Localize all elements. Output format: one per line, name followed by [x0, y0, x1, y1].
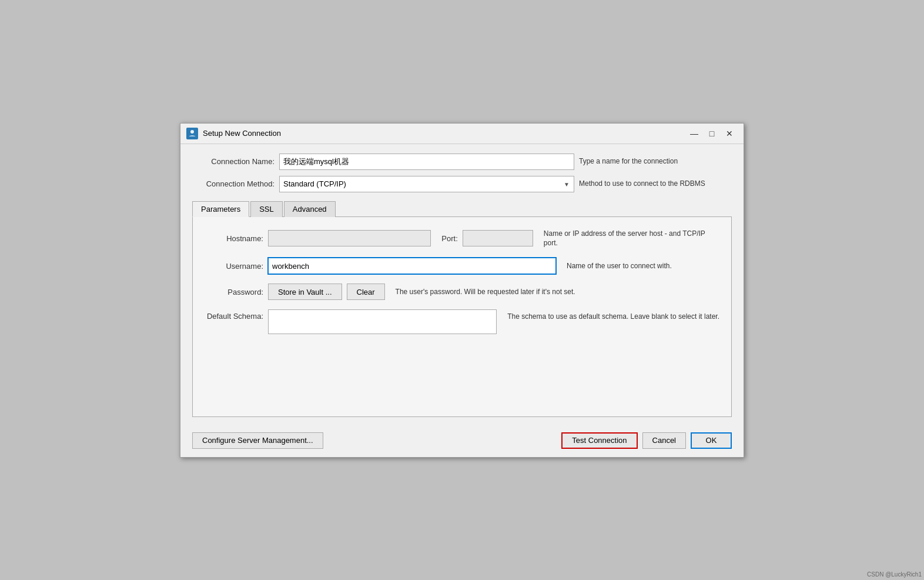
tabs-container: Parameters SSL Advanced Hostname: Port: … [192, 198, 732, 417]
configure-server-button[interactable]: Configure Server Management... [192, 432, 323, 449]
password-row: Password: Store in Vault ... Clear The u… [205, 284, 719, 300]
svg-point-1 [190, 130, 194, 134]
window-title: Setup New Connection [203, 129, 681, 138]
tabs-bar: Parameters SSL Advanced [192, 201, 732, 217]
cancel-button[interactable]: Cancel [642, 432, 686, 449]
username-input[interactable] [268, 258, 556, 274]
connection-method-row: Connection Method: Standard (TCP/IP) Loc… [192, 176, 732, 192]
store-in-vault-button[interactable]: Store in Vault ... [268, 284, 342, 300]
connection-method-select[interactable]: Standard (TCP/IP) Local Socket/Pipe Stan… [279, 176, 574, 192]
password-label: Password: [205, 288, 263, 296]
connection-name-hint: Type a name for the connection [579, 156, 732, 166]
port-label: Port: [441, 234, 457, 243]
username-hint: Name of the user to connect with. [567, 261, 719, 271]
connection-method-dropdown-wrapper: Standard (TCP/IP) Local Socket/Pipe Stan… [279, 176, 574, 192]
username-row: Username: Name of the user to connect wi… [205, 258, 719, 274]
bottom-right-buttons: Test Connection Cancel OK [561, 432, 732, 449]
connection-method-hint: Method to use to connect to the RDBMS [579, 179, 732, 189]
setup-new-connection-dialog: Setup New Connection — □ ✕ Connection Na… [180, 123, 744, 458]
default-schema-label: Default Schema: [205, 312, 263, 321]
close-button[interactable]: ✕ [721, 127, 738, 140]
app-icon [186, 128, 198, 139]
hostname-hint: Name or IP address of the server host - … [544, 229, 719, 249]
tab-parameters[interactable]: Parameters [192, 201, 249, 217]
connection-method-label: Connection Method: [192, 179, 274, 188]
minimize-button[interactable]: — [686, 127, 702, 140]
title-bar: Setup New Connection — □ ✕ [180, 124, 744, 144]
window-content: Connection Name: Type a name for the con… [180, 144, 744, 426]
hostname-label: Hostname: [205, 234, 263, 243]
hostname-input[interactable] [268, 230, 431, 246]
password-buttons: Store in Vault ... Clear [268, 284, 385, 300]
tab-advanced[interactable]: Advanced [284, 201, 336, 217]
maximize-button[interactable]: □ [704, 127, 720, 140]
default-schema-row: Default Schema: The schema to use as def… [205, 309, 719, 334]
tab-parameters-content: Hostname: Port: Name or IP address of th… [192, 217, 732, 417]
clear-password-button[interactable]: Clear [347, 284, 385, 300]
connection-name-input[interactable] [279, 154, 574, 170]
connection-name-label: Connection Name: [192, 157, 274, 166]
username-label: Username: [205, 262, 263, 271]
tab-ssl[interactable]: SSL [250, 201, 283, 217]
window-controls: — □ ✕ [686, 127, 738, 140]
watermark-text: CSDN @LuckyRich1 [867, 571, 922, 578]
hostname-port-row: Hostname: Port: Name or IP address of th… [205, 229, 719, 249]
default-schema-input[interactable] [268, 309, 497, 334]
default-schema-hint: The schema to use as default schema. Lea… [507, 312, 719, 322]
password-hint: The user's password. Will be requested l… [396, 287, 575, 297]
port-input[interactable] [463, 230, 533, 246]
bottom-bar: Configure Server Management... Test Conn… [180, 426, 744, 457]
connection-name-row: Connection Name: Type a name for the con… [192, 154, 732, 170]
test-connection-button[interactable]: Test Connection [561, 432, 637, 449]
ok-button[interactable]: OK [691, 432, 732, 449]
